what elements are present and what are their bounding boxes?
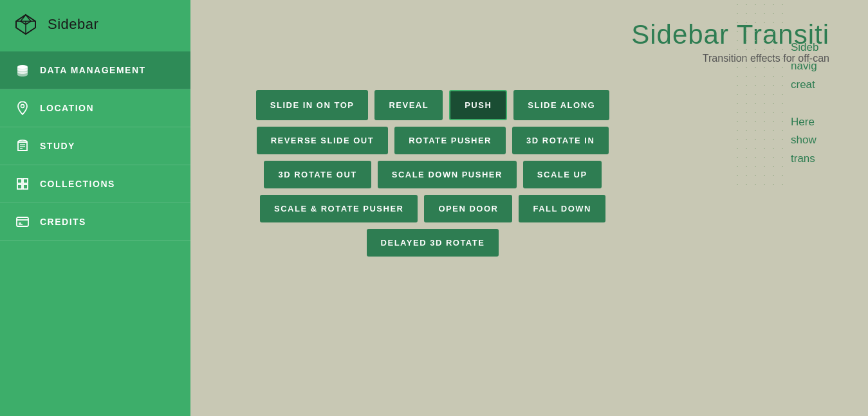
nav-label-location: LOCATION <box>40 103 94 113</box>
sidebar-title: Sidebar <box>48 16 98 33</box>
right-text-line-3: creat <box>791 76 855 95</box>
btn-reveal[interactable]: REVEAL <box>374 90 443 120</box>
sidebar-item-data-management[interactable]: DATA MANAGEMENT <box>0 51 190 89</box>
location-icon <box>15 101 30 115</box>
sidebar-item-collections[interactable]: COLLECTIONS <box>0 165 190 203</box>
btn-scale-up[interactable]: SCALE UP <box>523 161 602 188</box>
btn-3d-rotate-out[interactable]: 3D ROTATE OUT <box>264 161 371 188</box>
right-text-line-6: trans <box>791 150 855 168</box>
dots-decoration <box>733 0 784 193</box>
right-panel: Sideb navig creat Here show trans <box>784 0 868 416</box>
sidebar-item-credits[interactable]: CREDITS <box>0 203 190 241</box>
btn-reverse-slide-out[interactable]: REVERSE SLIDE OUT <box>257 127 389 154</box>
svg-rect-10 <box>17 179 22 183</box>
main-content: Sidebar Transiti Transition effects for … <box>190 0 868 416</box>
sidebar-logo-icon <box>13 12 39 37</box>
right-text-line-2: navig <box>791 57 855 76</box>
nav-label-study: STUDY <box>40 141 75 151</box>
credits-icon <box>15 215 30 229</box>
sidebar-nav: DATA MANAGEMENT LOCATION <box>0 51 190 241</box>
btn-push[interactable]: PUSH <box>449 90 507 120</box>
nav-label-data-management: DATA MANAGEMENT <box>40 65 146 75</box>
svg-rect-11 <box>23 179 28 183</box>
btn-scale-rotate-pusher[interactable]: SCALE & ROTATE PUSHER <box>260 195 418 222</box>
btn-slide-along[interactable]: SLIDE ALONG <box>513 90 609 120</box>
sidebar: Sidebar DATA MANAGEMENT L <box>0 0 190 416</box>
nav-label-collections: COLLECTIONS <box>40 179 115 189</box>
btn-fall-down[interactable]: FALL DOWN <box>519 195 605 222</box>
sidebar-header: Sidebar <box>0 0 190 49</box>
svg-rect-13 <box>23 185 28 189</box>
btn-open-door[interactable]: OPEN DOOR <box>424 195 512 222</box>
right-text-line-1: Sideb <box>791 39 855 57</box>
right-text-line-5: show <box>791 131 855 150</box>
nav-label-credits: CREDITS <box>40 217 86 227</box>
database-icon <box>15 63 30 77</box>
sidebar-item-study[interactable]: STUDY <box>0 127 190 165</box>
right-panel-text: Sideb navig creat Here show trans <box>791 39 855 168</box>
btn-rotate-pusher[interactable]: ROTATE PUSHER <box>394 127 506 154</box>
study-icon <box>15 139 30 153</box>
svg-rect-14 <box>17 217 28 226</box>
btn-slide-in-on-top[interactable]: SLIDE IN ON TOP <box>256 90 369 120</box>
transition-buttons-container: SLIDE IN ON TOP REVEAL PUSH SLIDE ALONG … <box>190 71 675 276</box>
btn-3d-rotate-in[interactable]: 3D ROTATE IN <box>512 127 609 154</box>
svg-point-6 <box>21 105 24 108</box>
svg-rect-12 <box>17 185 22 189</box>
btn-scale-down-pusher[interactable]: SCALE DOWN PUSHER <box>378 161 517 188</box>
collections-icon <box>15 177 30 191</box>
right-text-line-4: Here <box>791 113 855 132</box>
btn-delayed-3d-rotate[interactable]: DELAYED 3D ROTATE <box>367 229 499 257</box>
sidebar-item-location[interactable]: LOCATION <box>0 89 190 127</box>
